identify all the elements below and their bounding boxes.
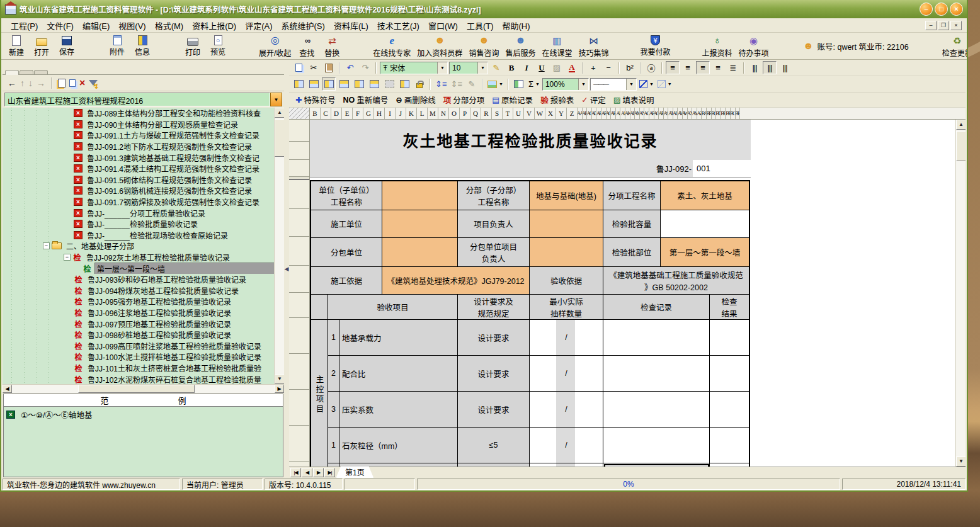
zoom-dropdown-icon[interactable]: ▼ [578, 79, 588, 90]
document-vertical-scrollbar[interactable]: ▲ ▼ [955, 120, 966, 467]
new-table-icon[interactable] [58, 79, 66, 88]
column-header[interactable]: AZ [697, 108, 702, 119]
check-header-item[interactable]: 验收项目 [328, 295, 458, 320]
maximize-button[interactable]: □ [935, 3, 948, 16]
page-tab[interactable]: 第1页 [336, 467, 374, 479]
check-row-record[interactable] [603, 320, 710, 356]
tree-item[interactable]: 鲁JJ-099高压喷射注浆地基工程检验批质量验收记录 [3, 340, 284, 351]
collapse-toggle-icon[interactable] [64, 254, 71, 261]
split-row-icon[interactable] [307, 77, 321, 91]
tree-item[interactable]: 鲁JJ-089主体结构分部工程安全和功能检验资料核查 [3, 108, 284, 119]
circled-char-button[interactable]: ⓐ [644, 61, 658, 74]
item-name-value[interactable]: 素土、灰土地基 [661, 181, 749, 210]
collapse-toggle-icon[interactable] [43, 242, 50, 249]
scroll-up-icon[interactable]: ▲ [956, 120, 966, 130]
tree-item[interactable]: 鲁JJ-093砂和砂石地基工程检验批质量验收记录 [3, 274, 284, 285]
column-header[interactable]: AX [688, 108, 693, 119]
column-header[interactable]: BC [712, 108, 717, 119]
insert-column-icon[interactable] [352, 77, 366, 91]
format-painter-icon[interactable]: ✎ [465, 77, 479, 91]
column-header[interactable]: W [535, 108, 545, 119]
vertical-align-top-icon[interactable]: ||| [748, 61, 761, 74]
scroll-right-icon[interactable]: ▶ [275, 385, 284, 393]
toolbar-button[interactable]: ♻ 检查更新 [939, 35, 967, 58]
column-header[interactable]: AG [607, 108, 612, 119]
batch-location-value[interactable]: 第一层～第一段～墙 [661, 238, 749, 267]
increase-size-button[interactable]: + [586, 61, 600, 74]
menu-item[interactable]: 文件(F) [42, 20, 78, 32]
catalog-combobox-dropdown-button[interactable]: ▼ [270, 93, 282, 106]
column-header[interactable]: AQ [654, 108, 659, 119]
split-cells-icon[interactable] [337, 77, 351, 91]
acceptance-basis-value[interactable]: 《建筑地基基础工程施工质量验收规范 》GB 50202-2002 [603, 267, 749, 294]
merge-cells-icon[interactable] [322, 77, 336, 91]
align-justify-icon[interactable]: ≡ [666, 61, 680, 74]
minimize-button[interactable]: – [920, 3, 933, 16]
clear-cell-icon[interactable] [382, 77, 396, 91]
column-header[interactable]: N [438, 108, 449, 119]
line-spacing-decrease-icon[interactable]: ⇕≡ [449, 77, 463, 91]
column-header[interactable]: BB [707, 108, 712, 119]
check-row-result[interactable] [710, 356, 749, 392]
toolbar-button[interactable]: ▥ 在线课堂 [538, 35, 575, 58]
column-header[interactable]: BD [716, 108, 721, 119]
row-header[interactable] [289, 354, 309, 390]
page-nav-button[interactable]: ▶| [324, 468, 335, 477]
contractor-label[interactable]: 施工单位 [311, 210, 382, 238]
zoom-select[interactable]: 100% ▼ [542, 78, 589, 91]
mdi-restore-button[interactable]: ❐ [938, 21, 949, 30]
fill-color-icon[interactable]: ▨ [550, 61, 564, 74]
row-header[interactable] [289, 426, 309, 462]
line-style-dropdown-icon[interactable]: ▼ [626, 79, 636, 90]
row-header[interactable] [289, 237, 309, 266]
column-header[interactable]: O [449, 108, 460, 119]
partial-row-cell[interactable] [530, 463, 603, 467]
check-header-spacer[interactable] [311, 295, 328, 320]
column-header[interactable]: Z [567, 108, 578, 119]
column-header[interactable]: M [428, 108, 438, 119]
special-toolbar-button[interactable]: 项 分部分项 [440, 94, 489, 106]
superscript-button[interactable]: b² [623, 61, 637, 74]
check-row-sampling[interactable]: / [530, 392, 603, 428]
table-properties-icon[interactable] [397, 77, 411, 91]
toolbar-button[interactable]: ☻ 加入资料员群 [414, 35, 465, 58]
font-color-icon[interactable]: ✎ [489, 61, 503, 74]
catalog-combobox[interactable]: 山东省建筑工程施工资料管理规程2016 ▼ [4, 93, 282, 106]
tree-item[interactable]: 鲁JJ-095强夯地基工程检验批质量验收记录 [3, 296, 284, 307]
check-header-requirement[interactable]: 设计要求及 规范规定 [458, 295, 530, 320]
tree-item[interactable]: 鲁JJ-______检验批质量验收记录 [3, 218, 284, 230]
toolbar-button[interactable]: ♁ 上报资料 [698, 35, 735, 58]
column-header[interactable]: AW [683, 108, 688, 119]
project-manager-value[interactable] [530, 210, 603, 238]
lock-icon[interactable] [413, 77, 426, 91]
align-left-icon[interactable]: ≡ [681, 61, 695, 74]
column-header[interactable]: BF [726, 108, 731, 119]
menu-item[interactable]: 编辑(E) [78, 20, 114, 32]
check-row-item[interactable]: 地基承载力 [339, 320, 458, 356]
column-header[interactable]: H [374, 108, 385, 119]
column-header[interactable]: AU [673, 108, 678, 119]
sum-icon[interactable]: Σ▼ [527, 77, 541, 91]
row-header[interactable] [289, 390, 309, 426]
row-header[interactable] [289, 142, 309, 160]
check-row-result[interactable] [710, 320, 749, 356]
column-header[interactable]: X [545, 108, 556, 119]
column-header[interactable]: D [331, 108, 342, 119]
forward-arrow-icon[interactable]: → [37, 78, 45, 88]
sub-pm-label[interactable]: 分包单位项目 负责人 [458, 238, 530, 267]
vertical-align-bottom-icon[interactable]: ||| [778, 61, 792, 74]
partial-row-cell[interactable] [339, 463, 458, 467]
scroll-down-icon[interactable]: ▼ [275, 374, 284, 384]
row-header[interactable] [289, 462, 309, 467]
font-size-dropdown-icon[interactable]: ▼ [477, 62, 487, 74]
check-row-no[interactable]: 1 [328, 428, 339, 463]
tree-item[interactable]: 鲁JJ-094粉煤灰地基工程检验批质量验收记录 [3, 285, 284, 297]
paste-icon[interactable] [322, 61, 336, 74]
back-arrow-icon[interactable]: ← [8, 78, 16, 88]
toolbar-button[interactable]: 打开 [29, 35, 54, 57]
check-row-requirement[interactable]: 设计要求 [458, 320, 530, 356]
row-header[interactable] [289, 266, 309, 293]
menu-item[interactable]: 工程(P) [6, 20, 42, 32]
toolbar-button[interactable] [231, 40, 256, 52]
toolbar-button[interactable] [155, 40, 180, 52]
